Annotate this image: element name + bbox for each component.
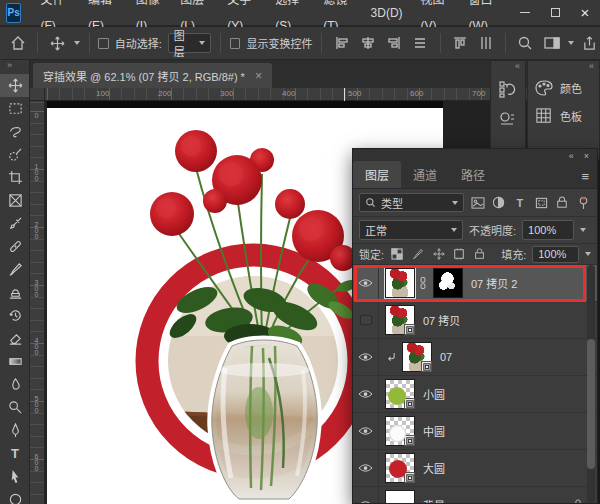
layer-thumbnail[interactable] [385, 490, 415, 503]
workspace-icon[interactable] [541, 32, 561, 54]
tool-type[interactable]: T [0, 442, 30, 465]
visibility-toggle[interactable] [353, 339, 379, 376]
tool-lasso[interactable] [0, 120, 30, 143]
tab-layers[interactable]: 图层 [353, 161, 401, 188]
dock-collapse-icon[interactable]: « [528, 61, 599, 74]
auto-select-checkbox[interactable] [98, 38, 108, 49]
opacity-dropdown[interactable]: 100% [522, 220, 574, 240]
tool-move[interactable] [0, 74, 30, 97]
lock-position-icon[interactable] [431, 248, 446, 260]
lock-pixels-icon[interactable] [411, 248, 426, 260]
close-button[interactable]: × [570, 0, 600, 26]
tool-rectangular-marquee[interactable] [0, 97, 30, 120]
layer-mask-thumbnail[interactable] [433, 268, 463, 298]
fill-chevron-icon[interactable] [585, 252, 591, 256]
toolbar-collapse-icon[interactable]: » [0, 60, 29, 74]
visibility-toggle[interactable] [353, 302, 379, 339]
search-icon[interactable] [515, 32, 535, 54]
tool-quick-selection[interactable] [0, 143, 30, 166]
eye-icon [358, 500, 373, 503]
maximize-button[interactable] [540, 0, 570, 26]
visibility-toggle[interactable] [353, 450, 379, 487]
visibility-toggle[interactable] [353, 413, 379, 450]
panel-menu-icon[interactable]: ≡ [581, 169, 589, 184]
lock-transparent-icon[interactable] [390, 248, 405, 260]
move-tool-preset-icon[interactable] [47, 32, 67, 54]
distribute-icon[interactable] [410, 32, 430, 54]
tab-paths[interactable]: 路径 [449, 161, 497, 188]
tool-pen[interactable] [0, 419, 30, 442]
align-right-icon[interactable] [384, 32, 404, 54]
layer-row-07[interactable]: 07 [353, 339, 597, 376]
lock-all-icon[interactable] [473, 248, 488, 260]
layer-row-middle-circle[interactable]: 中圆 [353, 413, 597, 450]
filter-switch-icon[interactable] [576, 196, 591, 210]
history-panel-button[interactable] [491, 74, 525, 104]
layers-scrollbar-thumb[interactable] [587, 339, 595, 469]
lock-artboard-icon[interactable] [452, 248, 467, 260]
layer-row-background[interactable]: 背景 [353, 487, 597, 503]
tool-brush[interactable] [0, 258, 30, 281]
home-icon[interactable] [8, 32, 28, 54]
auto-select-target-dropdown[interactable]: 图层 [168, 33, 211, 53]
workspace-chevron-icon[interactable] [568, 41, 574, 45]
tool-eraser[interactable] [0, 327, 30, 350]
preset-chevron-icon[interactable] [74, 41, 80, 45]
tool-path-selection[interactable] [0, 465, 30, 488]
tab-channels[interactable]: 通道 [401, 161, 449, 188]
layer-row-big-circle[interactable]: 大圆 [353, 450, 597, 487]
filter-adjustment-layers-icon[interactable] [491, 196, 506, 209]
tool-clone-stamp[interactable] [0, 281, 30, 304]
opacity-chevron-icon[interactable] [580, 228, 586, 232]
filter-kind-dropdown[interactable]: 类型 [359, 193, 464, 212]
align-left-icon[interactable] [331, 32, 351, 54]
align-center-icon[interactable] [358, 32, 378, 54]
color-panel-button[interactable]: 颜色 [528, 74, 599, 102]
properties-panel-button[interactable] [491, 104, 525, 134]
tool-ellipse-shape[interactable] [0, 488, 30, 504]
layer-name: 中圆 [423, 423, 445, 439]
share-icon[interactable] [580, 32, 600, 54]
panel-close-icon[interactable]: × [584, 151, 589, 161]
filter-shape-layers-icon[interactable] [533, 197, 548, 209]
tool-gradient[interactable] [0, 350, 30, 373]
minimize-button[interactable] [510, 0, 540, 26]
panel-collapse-icon[interactable]: « [569, 151, 574, 161]
tool-spot-healing[interactable] [0, 235, 30, 258]
align-top-icon[interactable] [450, 32, 470, 54]
tool-frame[interactable] [0, 189, 30, 212]
filter-type-layers-icon[interactable]: T [512, 197, 527, 209]
dock-collapse-icon[interactable]: « [491, 61, 525, 74]
tool-history-brush[interactable] [0, 304, 30, 327]
tool-crop[interactable] [0, 166, 30, 189]
layer-row-small-circle[interactable]: 小圆 [353, 376, 597, 413]
smart-object-badge-icon [404, 472, 415, 483]
filter-smart-object-icon[interactable] [555, 196, 570, 209]
blend-mode-dropdown[interactable]: 正常 [359, 220, 463, 240]
filter-pixel-layers-icon[interactable] [470, 197, 485, 209]
visibility-toggle[interactable] [353, 376, 379, 413]
layer-thumbnail[interactable] [385, 268, 415, 298]
visibility-toggle[interactable] [353, 265, 379, 302]
tool-eyedropper[interactable] [0, 212, 30, 235]
layer-row-07-copy[interactable]: 07 拷贝 [353, 302, 597, 339]
layer-thumbnail[interactable] [402, 342, 432, 372]
distribute-vertical-icon[interactable] [476, 32, 496, 54]
show-transform-checkbox[interactable] [230, 38, 240, 49]
layer-thumbnail[interactable] [385, 305, 415, 335]
tool-smudge[interactable] [0, 373, 30, 396]
layer-thumbnail[interactable] [385, 379, 415, 409]
fill-dropdown[interactable]: 100% [532, 246, 579, 263]
tool-dodge[interactable] [0, 396, 30, 419]
mask-link-icon[interactable] [419, 276, 427, 290]
layers-panel: « × 图层 通道 路径 ≡ 类型 T 正常 不透明度: 100% [352, 148, 598, 504]
vertical-ruler[interactable]: 0 100 200 300 400 500 600 [30, 101, 45, 504]
layer-thumbnail[interactable] [385, 453, 415, 483]
layer-thumbnail[interactable] [385, 416, 415, 446]
visibility-toggle[interactable] [353, 487, 379, 504]
tab-close-icon[interactable]: × [255, 69, 262, 83]
document-tab[interactable]: 穿插效果 @ 62.1% (07 拷贝 2, RGB/8#) * × [33, 63, 272, 88]
menu-3d[interactable]: 3D(D) [362, 0, 412, 26]
layer-row-07-copy-2[interactable]: 07 拷贝 2 [353, 265, 597, 302]
swatches-panel-button[interactable]: 色板 [528, 102, 599, 130]
